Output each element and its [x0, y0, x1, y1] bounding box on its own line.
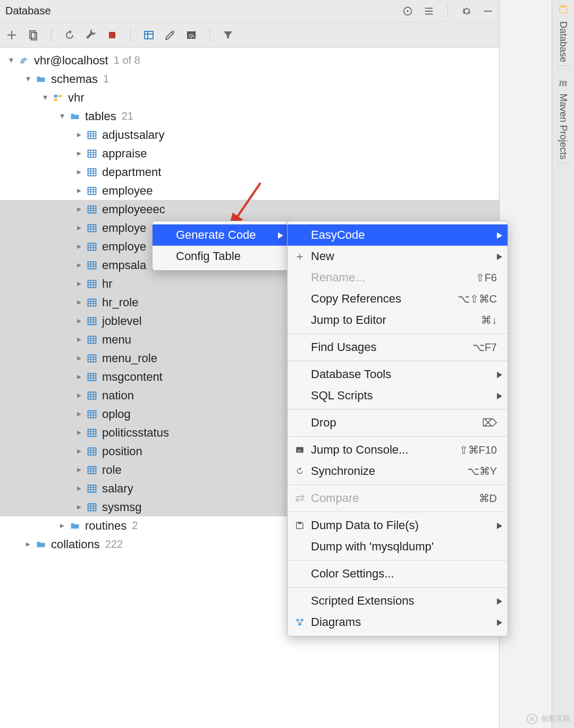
collapse-icon[interactable] — [74, 130, 84, 140]
collapse-icon[interactable] — [74, 447, 84, 456]
sidetab-database[interactable]: Database — [556, 18, 570, 66]
routines-label: routines — [85, 519, 126, 533]
collapse-icon[interactable] — [74, 298, 84, 307]
table-icon — [86, 334, 98, 346]
collapse-icon[interactable] — [74, 503, 84, 512]
collapse-icon[interactable] — [423, 5, 435, 17]
collapse-icon[interactable] — [23, 540, 33, 549]
filter-icon[interactable] — [222, 29, 234, 41]
svg-rect-20 — [88, 280, 96, 287]
connection-count: 1 of 8 — [114, 54, 140, 66]
table-row[interactable]: employeeec — [0, 200, 499, 219]
table-row[interactable]: employee — [0, 181, 499, 200]
expand-icon[interactable] — [57, 112, 67, 121]
menu-generate-code[interactable]: Generate Code — [153, 224, 289, 246]
menu-scripted-extensions[interactable]: Scripted Extensions — [288, 590, 508, 612]
collapse-icon[interactable] — [57, 521, 67, 531]
menu-item-label: Generate Code — [176, 228, 256, 242]
collapse-icon[interactable] — [74, 391, 84, 400]
collapse-icon[interactable] — [74, 335, 84, 345]
copy-icon[interactable] — [27, 29, 39, 41]
svg-text:QL: QL — [298, 449, 302, 452]
menu-drop[interactable]: Drop ⌦ — [288, 412, 508, 433]
menu-color-settings[interactable]: Color Settings... — [288, 563, 508, 584]
expand-icon[interactable] — [6, 56, 16, 65]
expand-icon[interactable] — [23, 74, 33, 84]
collapse-icon[interactable] — [74, 223, 84, 233]
collapse-icon[interactable] — [74, 168, 84, 177]
menu-easycode[interactable]: EasyCode — [288, 224, 508, 246]
panel-title: Database — [5, 5, 402, 17]
menu-synchronize[interactable]: Synchronize ⌥⌘Y — [288, 461, 508, 482]
collapse-icon[interactable] — [74, 279, 84, 289]
menu-config-table[interactable]: Config Table — [153, 246, 289, 267]
sql-console-icon: QL — [294, 444, 306, 456]
menu-copy-references[interactable]: Copy References ⌥⇧⌘C — [288, 288, 508, 309]
menu-sql-scripts[interactable]: SQL Scripts — [288, 385, 508, 406]
menu-dump-to-file[interactable]: Dump Data to File(s) — [288, 515, 508, 536]
svg-rect-11 — [54, 98, 58, 101]
collapse-icon[interactable] — [74, 242, 84, 252]
collapse-icon[interactable] — [74, 354, 84, 363]
table-row[interactable]: department — [0, 163, 499, 181]
collapse-icon[interactable] — [74, 186, 84, 196]
table-icon — [86, 204, 98, 215]
svg-rect-30 — [88, 466, 96, 473]
menu-compare: ⇄ Compare ⌘D — [288, 488, 508, 509]
database-tab-icon[interactable] — [558, 3, 569, 15]
menu-separator — [288, 512, 508, 512]
panel-titlebar: Database — [0, 0, 499, 22]
collapse-icon[interactable] — [74, 261, 84, 270]
menu-jump-console[interactable]: QL Jump to Console... ⇧⌘F10 — [288, 439, 508, 461]
collapse-icon[interactable] — [74, 409, 84, 419]
folder-icon — [35, 73, 47, 85]
shortcut: ⌘D — [479, 492, 497, 505]
collapse-icon[interactable] — [74, 465, 84, 475]
menu-item-label: Jump to Console... — [311, 443, 408, 457]
menu-separator — [288, 436, 508, 437]
tree-tables[interactable]: tables 21 — [0, 107, 499, 125]
collapse-icon[interactable] — [74, 372, 84, 382]
submenu-arrow-icon — [497, 594, 502, 608]
gear-icon[interactable] — [461, 5, 472, 17]
menu-new[interactable]: ＋ New — [288, 246, 508, 267]
tree-db[interactable]: vhr — [0, 88, 499, 107]
table-icon — [86, 390, 98, 401]
svg-rect-9 — [54, 95, 58, 97]
svg-rect-17 — [88, 224, 96, 231]
table-row[interactable]: appraise — [0, 144, 499, 163]
minimize-icon[interactable] — [482, 5, 494, 17]
menu-dump-mysqldump[interactable]: Dump with 'mysqldump' — [288, 536, 508, 557]
target-icon[interactable] — [402, 5, 413, 17]
menu-database-tools[interactable]: Database Tools — [288, 364, 508, 385]
sql-console-icon[interactable]: QL — [185, 29, 198, 41]
add-icon[interactable] — [5, 29, 18, 41]
sidetab-maven[interactable]: Maven Projects — [556, 90, 570, 163]
collapse-icon[interactable] — [74, 428, 84, 438]
collapse-icon[interactable] — [74, 484, 84, 493]
menu-find-usages[interactable]: Find Usages ⌥F7 — [288, 337, 508, 358]
menu-diagrams[interactable]: Diagrams — [288, 612, 508, 633]
table-icon — [86, 501, 98, 513]
expand-icon[interactable] — [40, 93, 50, 103]
edit-icon[interactable] — [164, 29, 176, 41]
wrench-icon[interactable] — [85, 29, 97, 41]
routines-count: 2 — [132, 520, 138, 532]
tree-connection[interactable]: vhr@localhost 1 of 8 — [0, 51, 499, 70]
table-view-icon[interactable] — [142, 29, 155, 41]
menu-item-label: Database Tools — [311, 367, 391, 381]
menu-jump-editor[interactable]: Jump to Editor ⌘↓ — [288, 309, 508, 331]
maven-tab-icon[interactable]: m — [558, 77, 569, 88]
table-row[interactable]: adjustsalary — [0, 125, 499, 144]
menu-item-label: Scripted Extensions — [311, 594, 414, 608]
stop-icon[interactable] — [106, 29, 119, 41]
collapse-icon[interactable] — [74, 316, 84, 326]
table-icon — [86, 129, 98, 141]
collapse-icon[interactable] — [74, 205, 84, 214]
tree-schemas[interactable]: schemas 1 — [0, 70, 499, 88]
svg-text:QL: QL — [189, 33, 195, 38]
shortcut: ⇧F6 — [476, 271, 497, 284]
refresh-icon[interactable] — [63, 29, 76, 41]
svg-rect-10 — [58, 95, 62, 97]
collapse-icon[interactable] — [74, 149, 84, 158]
